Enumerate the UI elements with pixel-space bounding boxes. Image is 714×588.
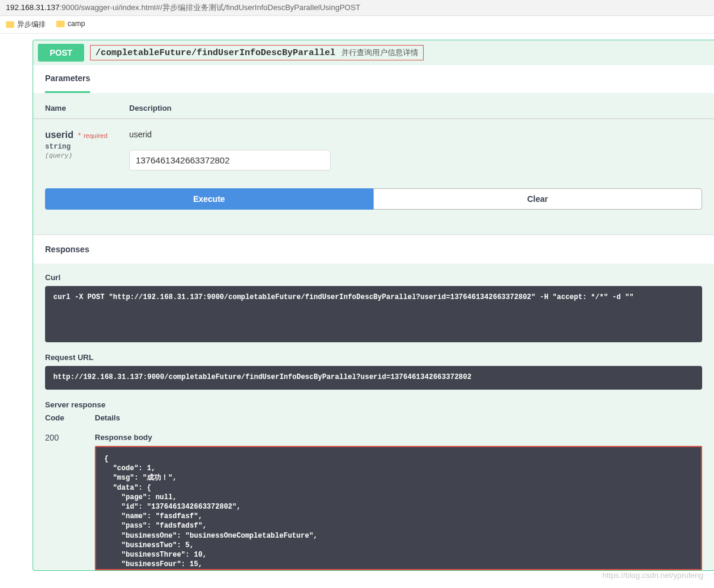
folder-icon [56, 21, 65, 27]
response-body-block[interactable]: { "code": 1, "msg": "成功！", "data": { "pa… [95, 446, 702, 570]
button-row: Execute Clear [33, 171, 714, 221]
parameter-type: string [45, 143, 129, 151]
parameters-section: Name Description userid * required strin… [33, 93, 714, 234]
bookmark-label: 异步编排 [17, 20, 46, 28]
response-code: 200 [45, 433, 95, 570]
curl-block[interactable]: curl -X POST "http://192.168.31.137:9000… [45, 286, 702, 342]
header-name: Name [45, 104, 129, 113]
header-description: Description [129, 104, 172, 113]
parameters-header: Name Description [33, 104, 714, 119]
curl-label: Curl [45, 273, 702, 282]
url-host: 192.168.31.137 [6, 3, 59, 12]
response-table-header: Code Details [33, 413, 714, 422]
parameter-name-block: userid * required string (query) [45, 130, 129, 171]
parameter-row: userid * required string (query) userid [33, 130, 714, 171]
path-box: /completableFuture/findUserInfoDescByPar… [90, 45, 424, 60]
parameter-name: userid [45, 130, 73, 140]
parameter-in: (query) [45, 152, 129, 159]
code-column-header: Code [45, 413, 95, 422]
parameter-description: userid [129, 130, 702, 139]
responses-title: Responses [33, 234, 714, 264]
tab-parameters[interactable]: Parameters [45, 65, 90, 93]
required-star: * [76, 131, 81, 140]
bookmark-label: camp [68, 20, 85, 28]
bookmark-item[interactable]: 异步编排 [6, 20, 46, 30]
response-body-label: Response body [95, 433, 702, 442]
request-url-label: Request URL [45, 353, 702, 362]
request-url-block[interactable]: http://192.168.31.137:9000/completableFu… [45, 366, 702, 390]
operation-summary-text: 并行查询用户信息详情 [341, 47, 418, 58]
required-label: required [84, 132, 107, 139]
parameter-desc-block: userid [129, 130, 702, 171]
responses-section: Curl curl -X POST "http://192.168.31.137… [33, 264, 714, 409]
url-path: :9000/swagger-ui/index.html#/异步编排业务测试/fi… [59, 3, 360, 12]
folder-icon [6, 21, 14, 28]
method-badge: POST [38, 44, 84, 62]
bookmarks-bar: 异步编排 camp [0, 16, 714, 34]
operation-summary[interactable]: POST /completableFuture/findUserInfoDesc… [33, 40, 714, 65]
server-response-label: Server response [45, 400, 702, 409]
watermark: https://blog.csdn.net/yprufeng [602, 571, 703, 580]
operation-path: /completableFuture/findUserInfoDescByPar… [95, 48, 335, 58]
bookmark-item[interactable]: camp [56, 20, 85, 30]
operation-block: POST /completableFuture/findUserInfoDesc… [33, 40, 714, 571]
address-bar[interactable]: 192.168.31.137:9000/swagger-ui/index.htm… [0, 0, 714, 16]
execute-button[interactable]: Execute [45, 188, 373, 210]
details-column-header: Details [95, 413, 702, 422]
tabs: Parameters [33, 65, 714, 93]
parameter-input[interactable] [129, 150, 331, 171]
clear-button[interactable]: Clear [373, 188, 703, 210]
response-body-row: 200 Response body { "code": 1, "msg": "成… [33, 422, 714, 570]
